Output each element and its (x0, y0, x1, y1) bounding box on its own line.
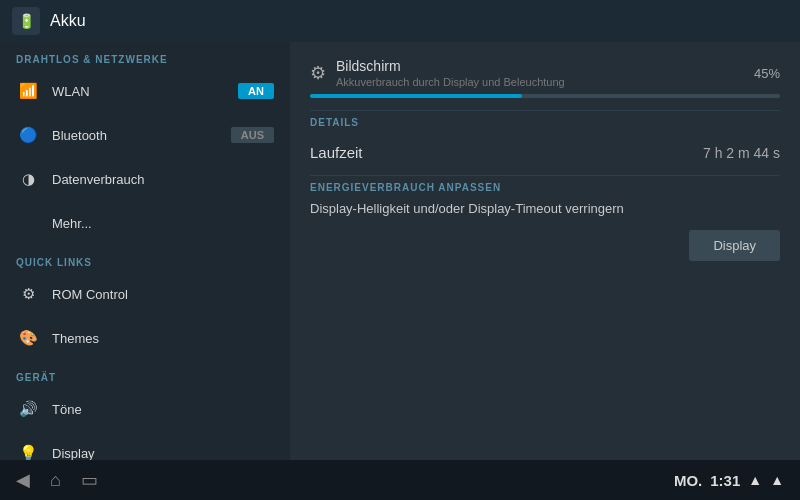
laufzeit-row: Laufzeit 7 h 2 m 44 s (310, 136, 780, 169)
sidebar: DRAHTLOS & NETZWERKE 📶 WLAN AN 🔵 Bluetoo… (0, 42, 290, 460)
sidebar-item-display[interactable]: 💡 Display (0, 431, 290, 460)
section-header-gerat: GERÄT (0, 360, 290, 387)
app-title: Akku (50, 12, 86, 30)
wlan-toggle[interactable]: AN (238, 83, 274, 99)
mehr-icon (16, 211, 40, 235)
day-label: MO. (674, 472, 702, 489)
content-area: ⚙ Bildschirm Akkuverbrauch durch Display… (290, 42, 800, 460)
status-bar: MO. 1:31 ▲ ▲ (674, 472, 784, 489)
sidebar-item-label: Mehr... (52, 216, 274, 231)
battery-settings-icon: ⚙ (310, 62, 326, 84)
romcontrol-icon: ⚙ (16, 282, 40, 306)
battery-percent: 45% (754, 66, 780, 81)
datenverbrauch-icon: ◑ (16, 167, 40, 191)
sidebar-item-label: ROM Control (52, 287, 274, 302)
battery-info: Bildschirm Akkuverbrauch durch Display u… (336, 58, 744, 88)
top-bar: 🔋 Akku (0, 0, 800, 42)
sidebar-item-label: Datenverbrauch (52, 172, 274, 187)
wlan-icon: 📶 (16, 79, 40, 103)
divider-1 (310, 110, 780, 111)
divider-2 (310, 175, 780, 176)
sidebar-item-themes[interactable]: 🎨 Themes (0, 316, 290, 360)
battery-progress-bar (310, 94, 780, 98)
back-icon[interactable]: ◀ (16, 469, 30, 491)
sidebar-item-label: Themes (52, 331, 274, 346)
wifi-icon: ▲ (748, 472, 762, 488)
sidebar-item-wlan[interactable]: 📶 WLAN AN (0, 69, 290, 113)
battery-progress-fill (310, 94, 522, 98)
sidebar-item-mehr[interactable]: Mehr... (0, 201, 290, 245)
sidebar-item-bluetooth[interactable]: 🔵 Bluetooth AUS (0, 113, 290, 157)
app-icon: 🔋 (12, 7, 40, 35)
bluetooth-icon: 🔵 (16, 123, 40, 147)
tone-icon: 🔊 (16, 397, 40, 421)
sidebar-item-datenverbrauch[interactable]: ◑ Datenverbrauch (0, 157, 290, 201)
laufzeit-value: 7 h 2 m 44 s (703, 145, 780, 161)
nav-icons: ◀ ⌂ ▭ (16, 469, 98, 491)
bluetooth-toggle[interactable]: AUS (231, 127, 274, 143)
signal-icon: ▲ (770, 472, 784, 488)
section-header-quicklinks: QUICK LINKS (0, 245, 290, 272)
sidebar-item-tone[interactable]: 🔊 Töne (0, 387, 290, 431)
display-button[interactable]: Display (689, 230, 780, 261)
battery-item: ⚙ Bildschirm Akkuverbrauch durch Display… (310, 58, 780, 88)
battery-name: Bildschirm (336, 58, 744, 74)
bottom-bar: ◀ ⌂ ▭ MO. 1:31 ▲ ▲ (0, 460, 800, 500)
sidebar-item-label: Töne (52, 402, 274, 417)
energie-text: Display-Helligkeit und/oder Display-Time… (310, 201, 780, 216)
recents-icon[interactable]: ▭ (81, 469, 98, 491)
battery-desc: Akkuverbrauch durch Display und Beleucht… (336, 76, 744, 88)
laufzeit-label: Laufzeit (310, 144, 363, 161)
details-header: DETAILS (310, 117, 780, 128)
sidebar-item-romcontrol[interactable]: ⚙ ROM Control (0, 272, 290, 316)
time-display: 1:31 (710, 472, 740, 489)
sidebar-item-label: Display (52, 446, 274, 461)
section-header-drahtlos: DRAHTLOS & NETZWERKE (0, 42, 290, 69)
main-container: DRAHTLOS & NETZWERKE 📶 WLAN AN 🔵 Bluetoo… (0, 42, 800, 460)
energie-header: ENERGIEVERBRAUCH ANPASSEN (310, 182, 780, 193)
themes-icon: 🎨 (16, 326, 40, 350)
sidebar-item-label: WLAN (52, 84, 238, 99)
home-icon[interactable]: ⌂ (50, 470, 61, 491)
sidebar-item-label: Bluetooth (52, 128, 231, 143)
display-icon: 💡 (16, 441, 40, 460)
